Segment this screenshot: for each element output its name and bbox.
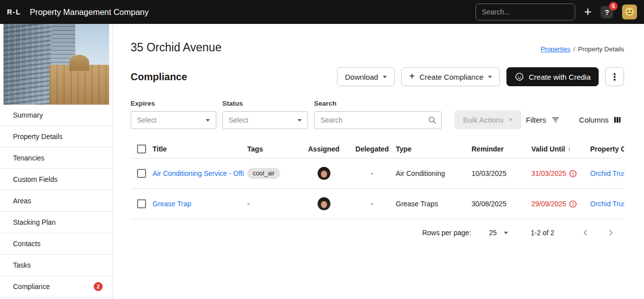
sidebar-item-contacts[interactable]: Contacts xyxy=(0,233,113,255)
sidebar-item-tenancies[interactable]: Tenancies xyxy=(0,148,113,169)
compliance-title-link[interactable]: Grease Trap xyxy=(153,200,191,208)
photo-sandstone-building xyxy=(49,65,109,105)
compliance-title-link[interactable]: Air Conditioning Service - Offi xyxy=(153,169,244,177)
property-owner-link[interactable]: Orchid Trus xyxy=(590,169,624,177)
search-icon xyxy=(428,116,437,127)
compliance-count-badge: 2 xyxy=(94,282,103,291)
photo-dome xyxy=(69,55,89,71)
sidebar-item-label: Summary xyxy=(13,111,43,119)
app-title: Property Management Company xyxy=(30,7,149,17)
column-header-title[interactable]: Title xyxy=(153,145,247,153)
column-header-tags[interactable]: Tags xyxy=(247,145,299,153)
status-label: Status xyxy=(222,100,308,107)
prev-page-button[interactable] xyxy=(579,226,592,239)
main-content: 35 Orchid Avenue Properties/Property Det… xyxy=(113,24,644,299)
columns-toggle-label: Columns xyxy=(579,116,609,124)
row-checkbox[interactable] xyxy=(137,199,146,208)
search-label: Search xyxy=(314,100,442,107)
breadcrumb-separator: / xyxy=(573,45,575,53)
type-cell: Air Conditioning xyxy=(396,169,472,177)
expires-select-value: Select xyxy=(137,116,157,124)
app-logo[interactable]: R-L xyxy=(5,7,23,17)
sidebar-item-label: Contacts xyxy=(13,240,40,248)
sidebar-item-custom-fields[interactable]: Custom Fields xyxy=(0,169,113,190)
photo-glass-tower xyxy=(3,24,52,105)
reminder-cell: 10/03/2025 xyxy=(472,169,531,177)
sidebar: Summary Property Details Tenancies Custo… xyxy=(0,24,113,299)
create-compliance-button-label: Create Compliance xyxy=(419,73,483,81)
sort-asc-icon[interactable]: ↑ xyxy=(568,146,571,153)
pagination: Rows per page: 25 1-2 of 2 xyxy=(131,219,624,246)
status-select-value: Select xyxy=(229,116,248,124)
user-avatar[interactable] xyxy=(622,4,637,19)
next-page-button[interactable] xyxy=(604,226,617,239)
assignee-avatar[interactable] xyxy=(318,197,330,210)
columns-icon xyxy=(613,116,622,124)
bulk-actions-label: Bulk Actions xyxy=(463,116,504,124)
rows-per-page-select[interactable]: 25 xyxy=(489,229,508,237)
plus-icon: + xyxy=(409,71,415,81)
delegated-cell: - xyxy=(348,200,396,208)
chevron-down-icon xyxy=(298,119,302,122)
status-filter: Status Select xyxy=(222,100,308,129)
sidebar-item-areas[interactable]: Areas xyxy=(0,190,113,212)
breadcrumb: Properties/Property Details xyxy=(541,45,624,53)
global-search-input[interactable] xyxy=(476,3,575,20)
bulk-actions-button[interactable]: Bulk Actions xyxy=(455,110,521,129)
column-header-type[interactable]: Type xyxy=(396,145,472,153)
sidebar-item-summary[interactable]: Summary xyxy=(0,105,113,126)
download-button[interactable]: Download xyxy=(337,67,395,86)
sidebar-item-tasks[interactable]: Tasks xyxy=(0,255,113,276)
column-header-valid-until[interactable]: Valid Until ↑ xyxy=(531,145,590,153)
help-button[interactable]: ? 5 xyxy=(601,6,613,18)
valid-until-date: 31/03/2025 xyxy=(531,169,566,177)
column-header-label: Valid Until xyxy=(531,145,565,153)
expires-select[interactable]: Select xyxy=(131,111,216,129)
chevron-left-icon xyxy=(581,228,590,237)
column-header-delegated[interactable]: Delegated xyxy=(348,145,396,153)
tag-chip: cool_air xyxy=(247,168,280,179)
expired-warning-icon xyxy=(569,200,577,208)
sidebar-item-label: Property Details xyxy=(13,133,63,141)
column-header-reminder[interactable]: Reminder xyxy=(472,145,531,153)
property-owner-link[interactable]: Orchid Trus xyxy=(590,200,624,208)
select-all-checkbox[interactable] xyxy=(137,145,146,153)
breadcrumb-properties-link[interactable]: Properties xyxy=(541,45,570,53)
row-checkbox[interactable] xyxy=(137,169,146,178)
chevron-down-icon xyxy=(488,76,492,78)
table-header-row: Title Tags Assigned Delegated Type Remin… xyxy=(131,140,624,158)
create-compliance-button[interactable]: + Create Compliance xyxy=(401,67,500,86)
sidebar-item-label: Areas xyxy=(13,197,31,205)
delegated-cell: - xyxy=(348,169,396,177)
sidebar-item-label: Stacking Plan xyxy=(13,218,56,226)
table-search-input[interactable] xyxy=(314,111,442,129)
breadcrumb-current: Property Details xyxy=(578,45,624,53)
chevron-down-icon xyxy=(383,76,387,78)
toolbar-actions: Download + Create Compliance Create wi xyxy=(337,67,624,86)
sidebar-item-label: Compliance xyxy=(13,283,50,291)
chevron-down-icon xyxy=(509,119,513,121)
sidebar-item-compliance[interactable]: Compliance 2 xyxy=(0,276,113,298)
chevron-down-icon xyxy=(504,232,508,234)
notification-badge: 5 xyxy=(609,2,618,10)
sidebar-item-property-details[interactable]: Property Details xyxy=(0,126,113,148)
page-title: 35 Orchid Avenue xyxy=(131,41,221,54)
column-header-property-owner[interactable]: Property O xyxy=(590,145,624,153)
column-header-assigned[interactable]: Assigned xyxy=(299,145,348,153)
add-icon[interactable]: + xyxy=(584,5,592,18)
create-with-credia-button[interactable]: Create with Credia xyxy=(506,67,599,86)
columns-toggle[interactable]: Columns xyxy=(579,110,622,129)
valid-until-date: 29/09/2025 xyxy=(531,200,566,208)
table-row: Grease Trap - - Grease Traps 30/08/2025 xyxy=(131,189,624,219)
sidebar-item-label: Tasks xyxy=(13,261,31,269)
sidebar-item-label: Custom Fields xyxy=(13,175,57,183)
sidebar-item-stacking-plan[interactable]: Stacking Plan xyxy=(0,212,113,233)
assignee-avatar[interactable] xyxy=(318,167,330,180)
status-select[interactable]: Select xyxy=(222,111,308,129)
reminder-cell: 30/08/2025 xyxy=(472,200,531,208)
pagination-range: 1-2 of 2 xyxy=(531,229,554,237)
more-actions-button[interactable]: ⋮ xyxy=(605,67,624,86)
create-with-credia-label: Create with Credia xyxy=(529,73,591,81)
filters-toggle[interactable]: Filters xyxy=(526,110,560,129)
download-button-label: Download xyxy=(345,73,378,81)
